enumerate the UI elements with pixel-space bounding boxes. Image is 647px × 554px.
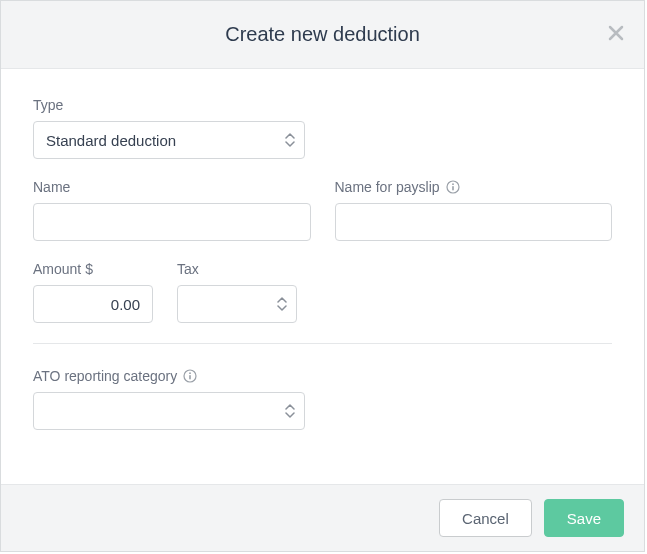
- svg-rect-5: [189, 375, 191, 380]
- modal-title: Create new deduction: [21, 23, 624, 46]
- svg-rect-2: [452, 186, 454, 191]
- ato-label: ATO reporting category: [33, 368, 305, 384]
- amount-input[interactable]: [33, 285, 153, 323]
- name-payslip-input[interactable]: [335, 203, 613, 241]
- modal-footer: Cancel Save: [1, 484, 644, 551]
- info-icon[interactable]: [446, 180, 460, 194]
- name-label: Name: [33, 179, 311, 195]
- amount-field: Amount $: [33, 261, 153, 323]
- close-button[interactable]: [604, 23, 628, 47]
- modal-header: Create new deduction: [1, 1, 644, 69]
- tax-field: Tax: [177, 261, 297, 323]
- amount-label: Amount $: [33, 261, 153, 277]
- type-select[interactable]: [33, 121, 305, 159]
- name-field: Name: [33, 179, 311, 241]
- svg-point-4: [189, 372, 191, 374]
- name-input[interactable]: [33, 203, 311, 241]
- type-label: Type: [33, 97, 305, 113]
- name-payslip-label: Name for payslip: [335, 179, 613, 195]
- create-deduction-modal: Create new deduction Type Nam: [0, 0, 645, 552]
- ato-field: ATO reporting category: [33, 368, 305, 430]
- save-button[interactable]: Save: [544, 499, 624, 537]
- cancel-button[interactable]: Cancel: [439, 499, 532, 537]
- ato-select[interactable]: [33, 392, 305, 430]
- tax-label: Tax: [177, 261, 297, 277]
- info-icon[interactable]: [183, 369, 197, 383]
- close-icon: [608, 25, 624, 44]
- type-field: Type: [33, 97, 305, 159]
- modal-body: Type Name Name for payslip: [1, 69, 644, 484]
- svg-point-1: [452, 183, 454, 185]
- divider: [33, 343, 612, 344]
- tax-select[interactable]: [177, 285, 297, 323]
- name-payslip-field: Name for payslip: [335, 179, 613, 241]
